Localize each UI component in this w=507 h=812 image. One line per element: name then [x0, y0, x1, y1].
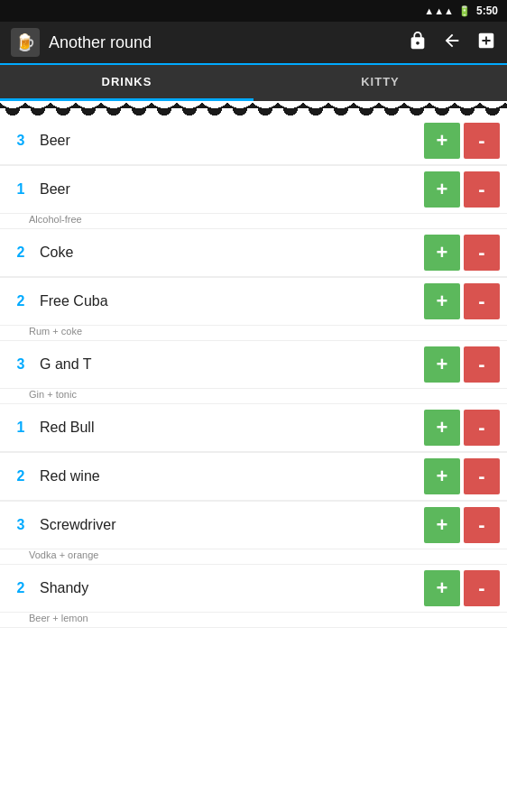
count-gandt: 3	[11, 356, 31, 373]
plus-freecuba[interactable]: +	[424, 283, 460, 319]
drink-item-beer1: 3 Beer + -	[0, 117, 507, 166]
add-button[interactable]	[476, 31, 496, 55]
plus-beer2[interactable]: +	[424, 171, 460, 208]
content-area: 3 Beer + - 1 Beer + - Alcohol-free	[0, 101, 507, 812]
minus-screwdriver[interactable]: -	[464, 507, 500, 543]
plus-screwdriver[interactable]: +	[424, 507, 460, 543]
controls-redwine: + -	[424, 458, 500, 494]
minus-beer1[interactable]: -	[464, 123, 500, 159]
drinks-list: 3 Beer + - 1 Beer + - Alcohol-free	[0, 117, 507, 812]
count-redbull: 1	[11, 420, 31, 436]
minus-redbull[interactable]: -	[464, 410, 500, 446]
name-shandy: Shandy	[40, 580, 424, 596]
name-freecuba: Free Cuba	[40, 293, 424, 309]
subtitle-freecuba: Rum + coke	[29, 326, 507, 340]
title-actions	[408, 31, 496, 55]
plus-coke[interactable]: +	[424, 235, 460, 271]
subtitle-shandy: Beer + lemon	[29, 613, 507, 627]
controls-beer2: + -	[424, 171, 500, 208]
wifi-icon: ▲▲▲	[424, 5, 454, 16]
minus-gandt[interactable]: -	[464, 346, 500, 383]
status-bar: ▲▲▲ 🔋 5:50	[0, 0, 507, 22]
app-title: Another round	[49, 33, 408, 52]
controls-shandy: + -	[424, 570, 500, 606]
controls-coke: + -	[424, 235, 500, 271]
minus-coke[interactable]: -	[464, 235, 500, 271]
minus-shandy[interactable]: -	[464, 570, 500, 606]
subtitle-screwdriver: Vodka + orange	[29, 549, 507, 564]
app-icon: 🍺	[11, 28, 40, 57]
name-beer2: Beer	[40, 181, 424, 198]
drink-item-screwdriver: 3 Screwdriver + - Vodka + orange	[0, 502, 507, 565]
drink-item-gandt: 3 G and T + - Gin + tonic	[0, 341, 507, 404]
controls-freecuba: + -	[424, 283, 500, 319]
subtitle-gandt: Gin + tonic	[29, 389, 507, 403]
name-redwine: Red wine	[40, 468, 424, 484]
name-redbull: Red Bull	[40, 420, 424, 436]
share-button[interactable]	[408, 31, 428, 55]
status-icons: ▲▲▲ 🔋	[424, 5, 471, 17]
tab-kitty[interactable]: KITTY	[254, 65, 507, 101]
minus-freecuba[interactable]: -	[464, 283, 500, 319]
drink-item-redwine: 2 Red wine + -	[0, 453, 507, 502]
name-gandt: G and T	[40, 356, 424, 373]
drink-item-coke: 2 Coke + -	[0, 229, 507, 278]
count-beer1: 3	[11, 133, 31, 149]
count-beer2: 1	[11, 181, 31, 198]
subtitle-beer2: Alcohol-free	[29, 214, 507, 228]
drink-item-shandy: 2 Shandy + - Beer + lemon	[0, 565, 507, 628]
battery-icon: 🔋	[458, 5, 471, 17]
status-time: 5:50	[476, 5, 498, 17]
back-action-button[interactable]	[442, 31, 462, 55]
minus-redwine[interactable]: -	[464, 458, 500, 494]
name-coke: Coke	[40, 245, 424, 261]
controls-gandt: + -	[424, 346, 500, 383]
tab-bar: DRINKS KITTY	[0, 65, 507, 101]
title-bar: 🍺 Another round	[0, 22, 507, 65]
drink-item-beer2: 1 Beer + - Alcohol-free	[0, 166, 507, 229]
empty-space	[0, 628, 507, 808]
count-freecuba: 2	[11, 293, 31, 309]
plus-gandt[interactable]: +	[424, 346, 460, 383]
name-screwdriver: Screwdriver	[40, 517, 424, 533]
controls-screwdriver: + -	[424, 507, 500, 543]
drink-item-redbull: 1 Red Bull + -	[0, 404, 507, 453]
count-shandy: 2	[11, 580, 31, 596]
count-coke: 2	[11, 245, 31, 261]
plus-shandy[interactable]: +	[424, 570, 460, 606]
count-redwine: 2	[11, 468, 31, 484]
name-beer1: Beer	[40, 133, 424, 149]
minus-beer2[interactable]: -	[464, 171, 500, 208]
plus-redbull[interactable]: +	[424, 410, 460, 446]
controls-redbull: + -	[424, 410, 500, 446]
drink-item-freecuba: 2 Free Cuba + - Rum + coke	[0, 278, 507, 341]
plus-beer1[interactable]: +	[424, 123, 460, 159]
count-screwdriver: 3	[11, 517, 31, 533]
tab-drinks[interactable]: DRINKS	[0, 65, 254, 101]
controls-beer1: + -	[424, 123, 500, 159]
plus-redwine[interactable]: +	[424, 458, 460, 494]
torn-top-edge	[0, 101, 507, 117]
